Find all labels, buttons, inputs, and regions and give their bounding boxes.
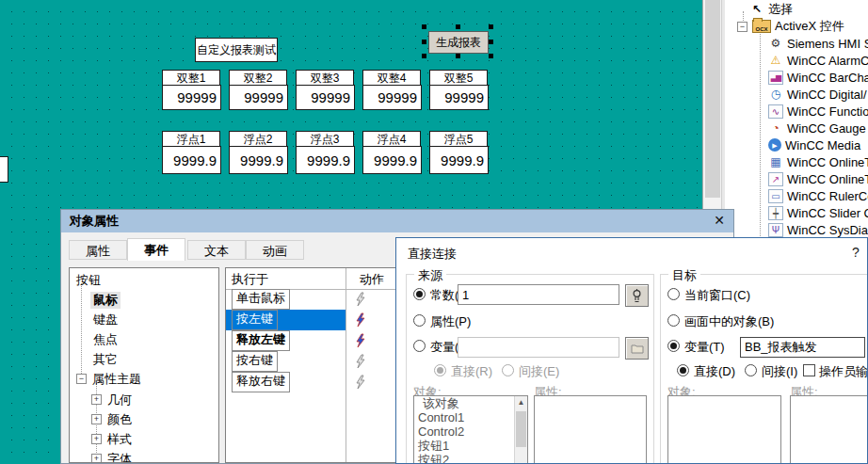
action-bolt-icon xyxy=(353,312,368,328)
tab-text[interactable]: 文本 xyxy=(187,240,246,260)
tag-browse-button[interactable] xyxy=(625,337,649,360)
float-field-value[interactable]: 9999.9 xyxy=(362,146,422,174)
resize-handle[interactable] xyxy=(489,40,493,44)
source-direct-radio[interactable] xyxy=(434,364,446,376)
selection-cursor-icon: ↖ xyxy=(749,3,764,17)
palette-item-control[interactable]: ⚙ Siemens HMI S xyxy=(768,35,868,52)
object-properties-titlebar[interactable]: 对象属性 ✕ xyxy=(61,210,733,232)
close-icon[interactable]: ✕ xyxy=(714,213,725,228)
constant-radio[interactable] xyxy=(413,288,426,300)
property-radio[interactable] xyxy=(413,314,426,327)
target-attribute-list[interactable] xyxy=(790,395,868,464)
generate-report-button[interactable]: 生成报表 xyxy=(428,31,489,54)
tree-item-font[interactable]: + 字体 xyxy=(91,450,135,463)
resize-handle[interactable] xyxy=(422,24,426,29)
direct-connection-dialog: 直接连接 ? 来源 常数(N) 属性(P) 变量(A) 直接(R) 间接(E) … xyxy=(395,237,868,464)
float-field-value[interactable]: 9999.9 xyxy=(229,146,288,174)
int-field-value[interactable]: 99999 xyxy=(429,85,489,110)
clock-control-icon: ◷ xyxy=(768,88,783,102)
listbox-scrollbar[interactable]: ▲ xyxy=(514,396,527,464)
current-window-radio[interactable] xyxy=(667,288,680,300)
expand-expander-icon[interactable]: + xyxy=(91,414,102,424)
int-field-value[interactable]: 99999 xyxy=(362,85,422,110)
target-indirect-radio[interactable] xyxy=(745,364,757,376)
tree-root-button[interactable]: 按钮 xyxy=(73,271,104,289)
palette-item-control[interactable]: ▦ WinCC OnlineT xyxy=(768,153,868,170)
constant-input[interactable] xyxy=(458,284,619,305)
target-tag-input[interactable] xyxy=(740,337,865,358)
expand-expander-icon[interactable]: + xyxy=(91,454,102,463)
activex-folder-icon: OCX xyxy=(752,20,771,33)
tree-guide xyxy=(760,30,761,242)
dialog-title[interactable]: 直接连接 xyxy=(408,246,457,263)
palette-group-activex[interactable]: − OCX ActiveX 控件 xyxy=(737,18,844,35)
resize-handle[interactable] xyxy=(422,54,426,58)
float-field-value[interactable]: 9999.9 xyxy=(296,146,355,174)
palette-item-control[interactable]: ↗ WinCC OnlineT xyxy=(768,170,868,187)
column-trigger: 执行于 xyxy=(232,271,268,288)
scroll-up-icon[interactable]: ▲ xyxy=(515,398,527,407)
picture-object-radio[interactable] xyxy=(667,314,680,327)
tree-item-keyboard[interactable]: 键盘 xyxy=(90,311,121,328)
tab-animation[interactable]: 动画 xyxy=(246,240,304,260)
float-field-value[interactable]: 9999.9 xyxy=(429,146,489,174)
palette-item-control[interactable]: ▶ WinCC Media xyxy=(768,136,860,153)
source-object-list[interactable]: 该对象 Control1 Control2 按钮1 按钮2 按钮4 ▲ xyxy=(413,395,528,464)
action-bolt-icon xyxy=(353,375,368,390)
palette-item-control[interactable]: ▭ WinCC RulerCo xyxy=(768,187,868,204)
palette-item-control[interactable]: ◷ WinCC Digital/ xyxy=(768,86,867,103)
resize-handle[interactable] xyxy=(456,54,460,58)
slider-control-icon: ┿ xyxy=(768,206,783,220)
scrollbar-thumb[interactable] xyxy=(516,411,526,447)
expand-expander-icon[interactable]: + xyxy=(91,434,102,444)
palette-item-control[interactable]: ∿ WinCC Function xyxy=(768,103,868,120)
tree-item-property-topics[interactable]: − 属性主题 xyxy=(76,370,144,388)
tree-item-styles[interactable]: + 样式 xyxy=(91,430,135,448)
source-attribute-list[interactable] xyxy=(534,395,647,464)
tree-item-other[interactable]: 其它 xyxy=(90,350,121,368)
siemens-hmi-symbol-icon: ⚙ xyxy=(768,37,783,51)
palette-item-control[interactable]: ◔ WinCC Gauge xyxy=(768,120,866,136)
int-field-value[interactable]: 99999 xyxy=(229,85,288,110)
source-indirect-radio[interactable] xyxy=(502,364,514,376)
palette-item-select[interactable]: ↖ 选择 xyxy=(749,1,793,18)
resize-handle[interactable] xyxy=(489,54,493,58)
constant-select-button[interactable] xyxy=(625,284,649,307)
resize-handle[interactable] xyxy=(456,24,460,29)
tree-guide xyxy=(81,283,82,377)
operator-input-checkbox[interactable] xyxy=(803,364,815,376)
collapse-expander-icon[interactable]: − xyxy=(737,22,747,32)
int-field-value[interactable]: 99999 xyxy=(296,85,355,110)
wincc-graphics-designer: 自定义报表测试 生成报表 双整1 99999 双整2 99999 双整3 999… xyxy=(0,0,868,464)
target-object-list[interactable] xyxy=(667,395,781,464)
clipped-object[interactable] xyxy=(0,156,8,183)
source-tag-input[interactable] xyxy=(458,337,619,358)
collapse-expander-icon[interactable]: − xyxy=(76,374,87,384)
custom-report-test-button[interactable]: 自定义报表测试 xyxy=(195,38,278,62)
palette-item-control[interactable]: ┿ WinCC Slider C xyxy=(768,204,868,221)
tree-item-mouse[interactable]: 鼠标 xyxy=(90,291,121,309)
generate-report-selection: 生成报表 xyxy=(428,31,487,52)
tree-item-geometry[interactable]: + 几何 xyxy=(91,391,135,408)
tree-item-colors[interactable]: + 颜色 xyxy=(91,410,135,428)
bar-chart-control-icon: ▃▆ xyxy=(768,71,783,85)
source-tag-radio[interactable] xyxy=(413,340,426,352)
scrollbar-thumb[interactable] xyxy=(705,0,720,198)
dialog-title: 对象属性 xyxy=(70,213,119,230)
expand-expander-icon[interactable]: + xyxy=(91,394,102,405)
resize-handle[interactable] xyxy=(422,40,426,44)
resize-handle[interactable] xyxy=(489,24,493,29)
tree-item-focus[interactable]: 焦点 xyxy=(90,330,121,348)
target-direct-radio[interactable] xyxy=(677,364,689,376)
int-field-value[interactable]: 99999 xyxy=(162,85,221,110)
tab-properties[interactable]: 属性 xyxy=(69,240,127,260)
tab-events[interactable]: 事件 xyxy=(127,238,185,261)
palette-item-control[interactable]: ▃▆ WinCC BarCha xyxy=(768,69,868,86)
action-bolt-icon xyxy=(353,292,368,307)
palette-item-control[interactable]: ⚠ WinCC AlarmC xyxy=(768,52,868,69)
function-trend-control-icon: ∿ xyxy=(768,104,783,119)
target-tag-radio[interactable] xyxy=(667,340,680,352)
online-table-control-icon: ▦ xyxy=(768,155,783,169)
help-icon[interactable]: ? xyxy=(852,245,860,260)
float-field-value[interactable]: 9999.9 xyxy=(162,146,221,174)
